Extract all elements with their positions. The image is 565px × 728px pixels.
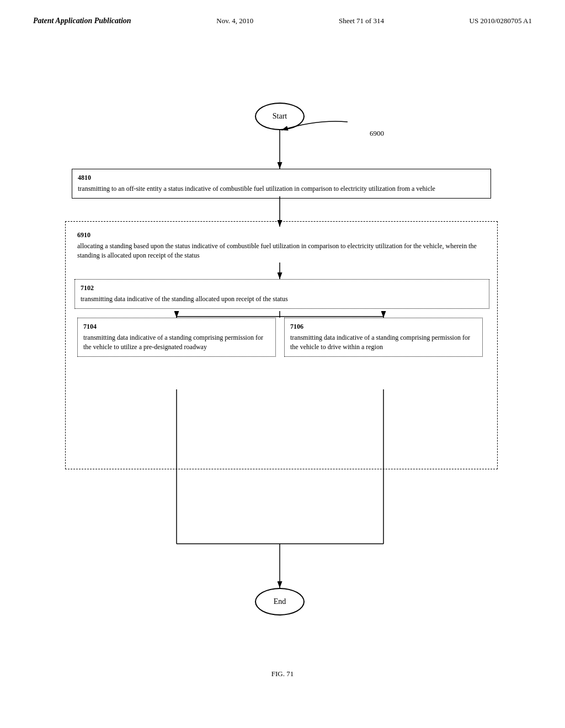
box-7106-number: 7106 [290,323,477,331]
header-right: US 2010/0280705 A1 [470,17,532,25]
box-6910-text: allocating a standing based upon the sta… [77,242,486,260]
header-sheet: Sheet 71 of 314 [339,17,384,25]
box-7102: 7102 transmitting data indicative of the… [74,279,489,309]
label-6900: 6900 [370,129,384,138]
box-6910: 6910 allocating a standing based upon th… [72,227,491,265]
start-oval: Start [255,103,305,130]
header-left: Patent Application Publication [33,17,131,25]
box-4810: 4810 transmitting to an off-site entity … [72,169,491,199]
fig-caption: FIG. 71 [0,670,565,678]
end-oval: End [255,588,305,615]
flowchart: Start 6900 4810 transmitting to an off-s… [0,36,565,698]
box-7104: 7104 transmitting data indicative of a s… [77,318,276,357]
start-label: Start [273,112,287,121]
page-header: Patent Application Publication Nov. 4, 2… [0,0,565,25]
box-7106-text: transmitting data indicative of a standi… [290,333,477,352]
box-7102-number: 7102 [81,284,483,292]
box-4810-text: transmitting to an off-site entity a sta… [78,184,485,194]
box-6910-number: 6910 [77,231,486,239]
box-7106: 7106 transmitting data indicative of a s… [284,318,483,357]
box-7102-text: transmitting data indicative of the stan… [81,295,483,304]
box-7104-text: transmitting data indicative of a standi… [83,333,270,352]
header-center: Nov. 4, 2010 [216,17,253,25]
box-4810-number: 4810 [78,174,485,182]
box-7104-number: 7104 [83,323,270,331]
end-label: End [274,597,286,606]
